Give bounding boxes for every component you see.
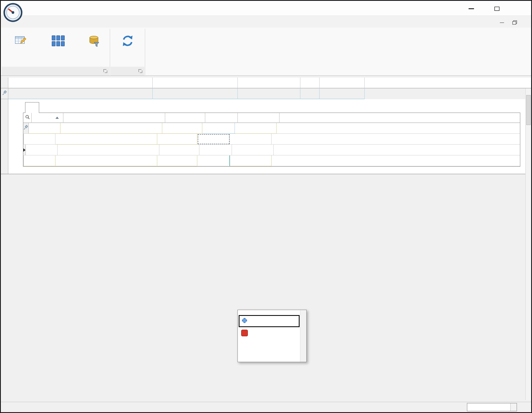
column-header-userdefinable[interactable]: [320, 78, 365, 88]
dialog-launcher-icon[interactable]: [103, 69, 107, 73]
context-menu: [237, 310, 307, 362]
dialog-launcher-icon[interactable]: [139, 69, 142, 73]
save-layout-button[interactable]: [3, 28, 38, 67]
scrollbar-thumb[interactable]: [526, 95, 531, 125]
cell-status-focused[interactable]: [197, 134, 230, 145]
codes-filter-code-input[interactable]: [29, 123, 61, 134]
column-header-code[interactable]: [32, 113, 63, 123]
tab-codes[interactable]: [25, 102, 39, 113]
group-separator: [110, 29, 110, 75]
codes-filter-codetype-input[interactable]: [162, 123, 202, 134]
detail-indicator-strip: [1, 99, 8, 174]
app-logo-icon[interactable]: [3, 3, 23, 22]
codes-row-inst[interactable]: [23, 145, 520, 155]
save-layout-icon: [14, 33, 27, 49]
codes-header-filler: [280, 113, 520, 123]
pin-icon: [23, 125, 28, 131]
menu-item-add[interactable]: [239, 315, 300, 327]
group-separator: [145, 29, 145, 75]
maximize-button[interactable]: [492, 5, 502, 11]
codes-row-dm[interactable]: [23, 134, 520, 145]
column-header-codetype[interactable]: [165, 113, 205, 123]
cell-codedescription[interactable]: [58, 145, 159, 155]
codes-filter-codedescription-input[interactable]: [61, 123, 162, 134]
mdi-minimize-icon[interactable]: [500, 23, 504, 23]
date-spinner: [510, 403, 517, 411]
cell-codedescription[interactable]: [55, 134, 157, 145]
window-controls: [450, 1, 528, 16]
refresh-icon: [121, 33, 134, 49]
filter-tablename-input[interactable]: [153, 88, 238, 99]
detail-panel: [1, 99, 531, 174]
title-bar: [1, 1, 531, 16]
current-row-arrow-icon: [23, 148, 25, 152]
ribbon: [1, 28, 531, 76]
cell-status[interactable]: [199, 145, 232, 155]
menu-item-delete[interactable]: [239, 328, 299, 338]
refresh-button[interactable]: [112, 28, 144, 67]
column-header-sortorder[interactable]: [238, 113, 280, 123]
grid-header-row: [1, 78, 531, 88]
cell-sortorder[interactable]: [230, 134, 272, 145]
codes-new-row[interactable]: [23, 155, 520, 166]
ribbon-group-format: [2, 67, 109, 75]
column-header-status[interactable]: [205, 113, 238, 123]
header-filler: [365, 78, 531, 88]
delete-icon: [241, 330, 248, 336]
column-header-codedescription[interactable]: [63, 113, 165, 123]
minimize-button[interactable]: [466, 5, 476, 11]
codes-grid: [23, 113, 520, 167]
status-bar: [1, 402, 531, 412]
cell-code[interactable]: [26, 145, 58, 155]
new-codedescription-cell[interactable]: [55, 155, 157, 166]
app-window: [0, 0, 532, 413]
new-sortorder-cell[interactable]: [230, 155, 272, 166]
new-codetype-cell[interactable]: [157, 155, 197, 166]
vertical-scrollbar[interactable]: [525, 88, 531, 400]
filter-description-input[interactable]: [8, 88, 153, 99]
sort-ascending-icon: [55, 117, 59, 119]
pin-icon: [2, 90, 7, 97]
filter-size-input[interactable]: [300, 88, 320, 99]
column-header-fieldname[interactable]: [238, 78, 300, 88]
menu-group-header: [238, 310, 306, 315]
menu-scrollbar[interactable]: [300, 310, 306, 362]
cell-code[interactable]: [24, 134, 55, 145]
minimize-icon: [469, 8, 474, 9]
auto-filter-row: [1, 88, 531, 99]
scrollbar-up-icon[interactable]: [526, 88, 531, 95]
new-status-cell-editing[interactable]: [197, 155, 230, 166]
filter-userdefinable-input[interactable]: [320, 88, 365, 99]
add-icon: [241, 317, 248, 325]
cell-codetype[interactable]: [159, 145, 199, 155]
save-filter-button[interactable]: [78, 28, 109, 67]
column-header-tablename[interactable]: [153, 78, 238, 88]
save-filter-icon: [87, 33, 101, 49]
date-editor[interactable]: [467, 403, 517, 411]
mdi-restore-icon[interactable]: [512, 20, 517, 25]
codes-filter-status-input[interactable]: [202, 123, 235, 134]
new-code-cell[interactable]: [24, 155, 55, 166]
codes-header-indicator[interactable]: [23, 113, 32, 123]
workspaces-button[interactable]: [40, 28, 76, 67]
codes-filter-indicator: [23, 123, 29, 134]
cell-codetype[interactable]: [157, 134, 197, 145]
column-header-size[interactable]: [300, 78, 320, 88]
column-header-description[interactable]: [8, 78, 153, 88]
search-icon: [25, 115, 30, 121]
filter-indicator-cell: [1, 88, 8, 99]
cell-sortorder[interactable]: [232, 145, 274, 155]
mdi-window-controls: [500, 20, 525, 25]
maximize-icon: [494, 7, 499, 11]
codes-filter-sortorder-input[interactable]: [235, 123, 277, 134]
row-filler: [272, 134, 520, 145]
scrollbar-down-icon[interactable]: [526, 394, 531, 400]
date-spin-up-icon[interactable]: [511, 403, 517, 407]
codes-filter-filler: [277, 123, 520, 134]
date-value[interactable]: [467, 403, 510, 411]
row-filler: [274, 145, 520, 155]
date-spin-down-icon[interactable]: [511, 407, 517, 411]
header-indicator-cell: [1, 78, 8, 88]
row-filler: [272, 155, 520, 166]
filter-fieldname-input[interactable]: [238, 88, 300, 99]
